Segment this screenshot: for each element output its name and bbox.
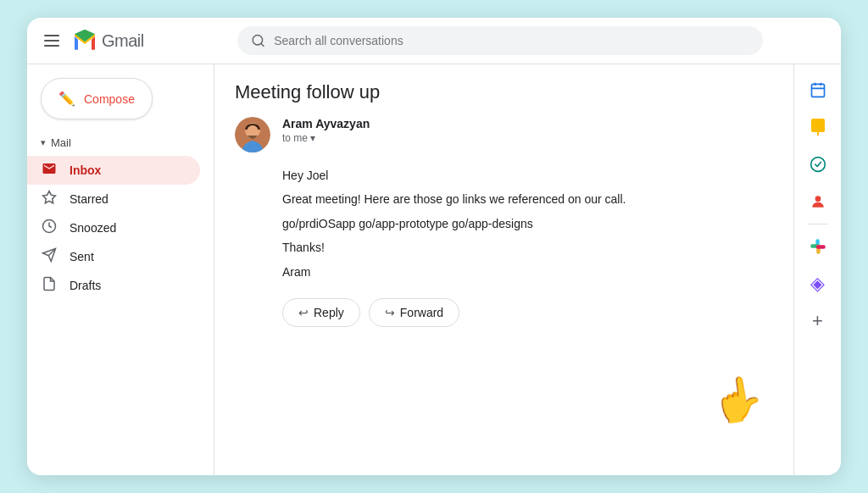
app-header: Gmail	[27, 18, 841, 64]
svg-rect-14	[811, 119, 825, 132]
reply-label: Reply	[314, 306, 344, 319]
search-input[interactable]	[274, 34, 749, 47]
slack-icon[interactable]	[803, 231, 833, 262]
email-signature: Aram	[282, 263, 773, 281]
snoozed-label: Snoozed	[70, 221, 116, 235]
send-icon	[41, 247, 58, 266]
forward-icon: ↪	[385, 306, 395, 319]
header-left: Gmail	[41, 27, 227, 54]
inbox-label: Inbox	[70, 163, 101, 177]
main-content: Meeting follow up	[214, 64, 793, 475]
search-bar[interactable]	[237, 26, 763, 55]
chevron-down-icon: ▾	[310, 132, 315, 144]
inbox-icon	[41, 161, 58, 180]
sender-info: Aram Ayvazyan to me ▾	[282, 117, 370, 144]
app-body: ✏️ Compose ▾ Mail Inbox	[27, 64, 841, 475]
right-sidebar: ◈ +	[793, 64, 841, 475]
forward-button[interactable]: ↪ Forward	[369, 298, 459, 327]
sent-label: Sent	[70, 250, 94, 263]
expand-icon: ▾	[41, 137, 46, 148]
sender-name: Aram Ayvazyan	[282, 117, 370, 130]
gmail-label: Gmail	[102, 31, 144, 51]
email-header: Aram Ayvazyan to me ▾	[235, 117, 773, 152]
sidebar-item-snoozed[interactable]: Snoozed	[27, 213, 200, 242]
tasks-icon[interactable]	[803, 149, 833, 180]
search-icon	[251, 33, 265, 48]
add-plugin-button[interactable]: +	[803, 306, 833, 336]
avatar	[235, 117, 270, 152]
svg-rect-10	[811, 84, 824, 97]
contacts-icon[interactable]	[803, 186, 833, 217]
compose-label: Compose	[84, 92, 135, 106]
sidebar-item-inbox[interactable]: Inbox	[27, 156, 200, 185]
svg-point-16	[810, 158, 825, 172]
svg-marker-2	[43, 191, 56, 203]
draft-icon	[41, 276, 58, 295]
compose-button[interactable]: ✏️ Compose	[41, 78, 153, 119]
sender-to[interactable]: to me ▾	[282, 132, 370, 144]
sidebar-item-drafts[interactable]: Drafts	[27, 271, 200, 300]
reply-icon: ↩	[298, 306, 309, 319]
clock-icon	[41, 219, 58, 237]
email-body-line1: Great meeting! Here are those go links w…	[282, 190, 773, 208]
gmail-logo: Gmail	[71, 27, 144, 54]
divider-1	[808, 224, 828, 224]
reply-button[interactable]: ↩ Reply	[282, 298, 360, 327]
svg-line-1	[261, 43, 264, 46]
drafts-label: Drafts	[70, 279, 101, 292]
email-body-line2: go/prdiOSapp go/app-prototype go/app-des…	[282, 214, 773, 233]
sidebar-item-sent[interactable]: Sent	[27, 242, 200, 271]
sidebar-item-starred[interactable]: Starred	[27, 185, 200, 213]
forward-label: Forward	[400, 306, 443, 319]
keep-icon[interactable]	[803, 112, 833, 142]
mail-section: ▾ Mail	[27, 133, 214, 152]
diamond-icon[interactable]: ◈	[803, 269, 833, 299]
svg-point-17	[815, 196, 821, 202]
sender-to-text: to me	[282, 132, 308, 144]
calendar-icon[interactable]	[803, 75, 833, 105]
main-wrapper: Meeting follow up	[214, 64, 841, 475]
sidebar: ✏️ Compose ▾ Mail Inbox	[27, 64, 214, 475]
starred-label: Starred	[70, 192, 108, 206]
star-icon	[41, 190, 58, 208]
hamburger-menu-button[interactable]	[41, 31, 63, 50]
email-actions: ↩ Reply ↪ Forward	[235, 298, 773, 327]
email-thread: Aram Ayvazyan to me ▾ Hey Joel Great mee…	[235, 117, 773, 327]
email-subject: Meeting follow up	[235, 81, 773, 103]
email-body-line3: Thanks!	[282, 238, 773, 257]
email-greeting: Hey Joel	[282, 166, 773, 185]
email-body: Hey Joel Great meeting! Here are those g…	[235, 166, 773, 281]
compose-icon: ✏️	[58, 91, 75, 107]
mail-section-label: Mail	[51, 136, 71, 149]
